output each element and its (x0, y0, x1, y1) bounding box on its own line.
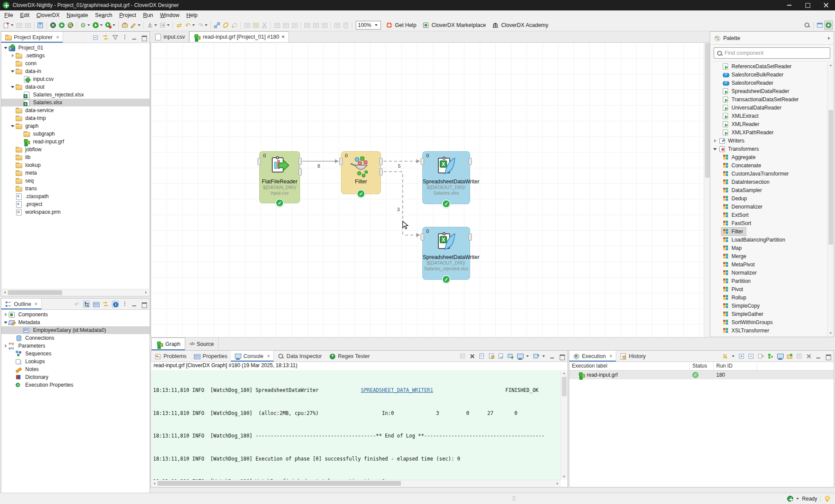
palette-item-fastsort[interactable]: FastSort (711, 219, 827, 227)
collapse-all-icon[interactable] (93, 34, 100, 41)
palette-item-rollup[interactable]: Rollup (711, 293, 827, 302)
palette-item-sortwithingroups[interactable]: SortWithinGroups (711, 318, 827, 326)
zoom-select[interactable]: 100% (356, 21, 381, 30)
close-window-button[interactable] (817, 0, 835, 10)
open-project-icon[interactable] (786, 353, 793, 360)
input-port[interactable] (421, 233, 424, 241)
palette-item-simplecopy[interactable]: SimpleCopy (711, 302, 827, 310)
palette-item-datasampler[interactable]: DataSampler (711, 186, 827, 194)
menu-window[interactable]: Window (157, 11, 183, 19)
palette-item-partition[interactable]: Partition (711, 277, 827, 285)
tree-item-lib[interactable]: lib (1, 153, 150, 161)
scroll-up-icon[interactable] (561, 370, 567, 376)
outline-item-lookups[interactable]: Lookups (1, 358, 150, 365)
tree-item-workspace-prm[interactable]: workspace.prm (1, 208, 150, 216)
menu-run[interactable]: Run (140, 11, 157, 19)
tree-view-icon[interactable] (83, 301, 90, 308)
palette-item-normalizer[interactable]: Normalizer (711, 269, 827, 277)
menu-edit[interactable]: Edit (17, 11, 33, 19)
close-icon[interactable]: × (267, 353, 270, 359)
link-graph-button[interactable] (213, 20, 221, 30)
tab-outline[interactable]: Outline× (1, 298, 42, 309)
tree-item-trans[interactable]: trans (1, 185, 150, 192)
show-on-change-icon[interactable] (507, 353, 514, 360)
outline-item-metadata[interactable]: Metadata (1, 318, 150, 326)
palette-category-writers[interactable]: Writers (711, 136, 827, 145)
menu-cloverdx[interactable]: CloverDX (33, 11, 63, 19)
tree-item-salaries[interactable]: Salaries.xlsx (1, 99, 150, 106)
output-port-2[interactable] (298, 168, 302, 176)
save-button[interactable] (15, 20, 23, 30)
tab-history[interactable]: History (616, 351, 649, 361)
palette-item-filter[interactable]: Filter (711, 227, 827, 235)
tab-read-input-grf[interactable]: read-input.grf [Project_01] #180× (189, 31, 289, 42)
palette-item-aggregate[interactable]: Aggregate (711, 153, 827, 161)
tab-graph[interactable]: Graph (151, 338, 185, 350)
close-icon[interactable]: × (609, 353, 612, 359)
tree-item-data-in[interactable]: data-in (1, 67, 150, 75)
link-editor-icon[interactable] (102, 301, 109, 308)
tree-item-input-csv[interactable]: input.csv (1, 75, 150, 83)
scroll-up-icon[interactable] (828, 62, 834, 68)
palette-item-salesforcereader[interactable]: SalesforceReader (711, 79, 827, 87)
output-port[interactable] (298, 158, 302, 165)
tree-item-graph[interactable]: graph (1, 122, 150, 130)
chevron-down-icon[interactable] (796, 498, 799, 500)
clover-add-button[interactable] (57, 20, 66, 30)
tab-properties[interactable]: Properties (190, 351, 231, 361)
scroll-down-icon[interactable] (561, 474, 567, 480)
node-spreadsheetdatawriter-1[interactable]: 0 X SpreadsheetDataWriter ${DATAOUT_DIR}… (422, 151, 470, 204)
outline-item-components[interactable]: Components (1, 311, 150, 318)
auto-layout-button[interactable] (320, 20, 329, 30)
maximize-panel-icon[interactable] (558, 353, 565, 360)
profile-run-button[interactable] (104, 20, 113, 30)
close-icon[interactable]: × (56, 34, 59, 40)
maximize-panel-icon[interactable] (140, 34, 147, 41)
minimize-window-button[interactable] (780, 0, 798, 10)
palette-item-merge[interactable]: Merge (711, 252, 827, 260)
palette-item-xmlxpathreader[interactable]: XMLXPathReader (711, 128, 827, 136)
tree-item-read-input-grf[interactable]: read-input.grf (1, 138, 150, 146)
palette-item-map[interactable]: Map (711, 244, 827, 252)
palette-item-spreadsheetdatareader[interactable]: SpreadsheetDataReader (711, 87, 827, 95)
open-perspective-button[interactable] (815, 20, 824, 30)
show-console-icon[interactable] (777, 353, 784, 360)
tab-regex-tester[interactable]: Regex Tester (325, 351, 373, 361)
cloverdx-perspective-button[interactable] (824, 20, 833, 30)
remove-launch-icon[interactable] (469, 353, 476, 360)
remove-execution-icon[interactable] (805, 353, 812, 360)
tree-item-classpath[interactable]: .classpath (1, 192, 150, 200)
menu-navigate[interactable]: Navigate (63, 11, 91, 19)
scroll-down-icon[interactable] (828, 330, 834, 336)
palette-item-xmlextract[interactable]: XMLExtract (711, 112, 827, 120)
new-graph-button[interactable] (2, 20, 11, 30)
pan-button[interactable] (221, 20, 230, 30)
reject-port[interactable] (379, 168, 383, 176)
match-width-button[interactable] (333, 20, 341, 30)
palette-category-clipped[interactable] (711, 335, 827, 336)
maximize-panel-icon[interactable] (140, 301, 147, 308)
palette-item-simplegather[interactable]: SimpleGather (711, 310, 827, 318)
maximize-window-button[interactable] (798, 0, 817, 10)
palette-item-referencedatasetreader[interactable]: ReferenceDataSetReader (711, 62, 827, 70)
outline-item-execution-properties[interactable]: Execution Properties (1, 381, 150, 389)
find-component-input[interactable] (714, 47, 830, 59)
show-run-id-icon[interactable] (758, 353, 765, 360)
explorer-hscrollbar[interactable] (2, 289, 149, 295)
scroll-lock-icon[interactable] (488, 353, 495, 360)
palette-item-metapivot[interactable]: MetaPivot (711, 260, 827, 269)
tree-item-jobflow[interactable]: jobflow (1, 146, 150, 153)
close-icon[interactable]: × (281, 34, 284, 40)
menu-file[interactable]: File (1, 11, 17, 19)
get-help-link[interactable]: Get Help (383, 22, 419, 29)
palette-item-dataintersection[interactable]: DataIntersection (711, 178, 827, 186)
node-flatfilereader[interactable]: 0 FlatFileReader ${DATAIN_DIR}/ input.cs… (259, 151, 300, 203)
component-link[interactable]: SPREADSHEET_DATA_WRITER1 (361, 387, 433, 393)
console-log[interactable]: 18:13:11,810 INFO [WatchDog_180] Spreads… (151, 370, 561, 480)
palette-item-customjavatransformer[interactable]: CustomJavaTransformer (711, 169, 827, 178)
tree-item-project-file[interactable]: .project (1, 200, 150, 208)
node-filter[interactable]: 0 Filter ✓ (341, 151, 381, 194)
paste-button[interactable] (251, 20, 260, 30)
academy-link[interactable]: CloverDX Academy (489, 22, 551, 29)
graph-canvas[interactable]: 0 FlatFileReader ${DATAIN_DIR}/ input.cs… (150, 43, 710, 337)
